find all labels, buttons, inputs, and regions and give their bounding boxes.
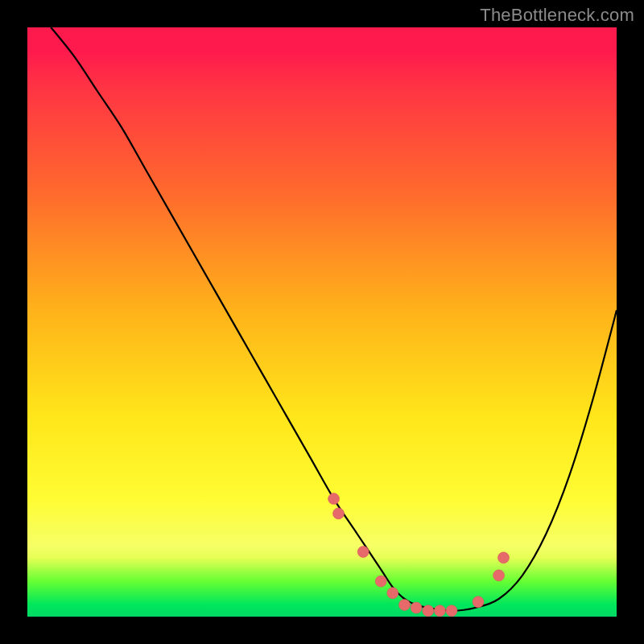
bottleneck-curve <box>51 27 617 611</box>
sweet-spot-dot <box>446 605 457 617</box>
sweet-spot-dots <box>328 493 510 617</box>
sweet-spot-dot <box>399 599 411 610</box>
sweet-spot-dot <box>434 605 445 617</box>
curve-layer <box>27 27 617 617</box>
watermark-text: TheBottleneck.com <box>480 5 634 26</box>
sweet-spot-dot <box>375 576 386 587</box>
sweet-spot-dot <box>411 602 422 613</box>
chart-frame: TheBottleneck.com <box>0 0 644 644</box>
sweet-spot-dot <box>423 605 434 617</box>
plot-area <box>27 27 617 617</box>
sweet-spot-dot <box>357 547 369 558</box>
sweet-spot-dot <box>473 597 484 608</box>
sweet-spot-dot <box>498 552 510 564</box>
sweet-spot-dot <box>328 493 340 505</box>
sweet-spot-dot <box>387 588 398 599</box>
sweet-spot-dot <box>493 570 505 581</box>
sweet-spot-dot <box>333 508 345 519</box>
